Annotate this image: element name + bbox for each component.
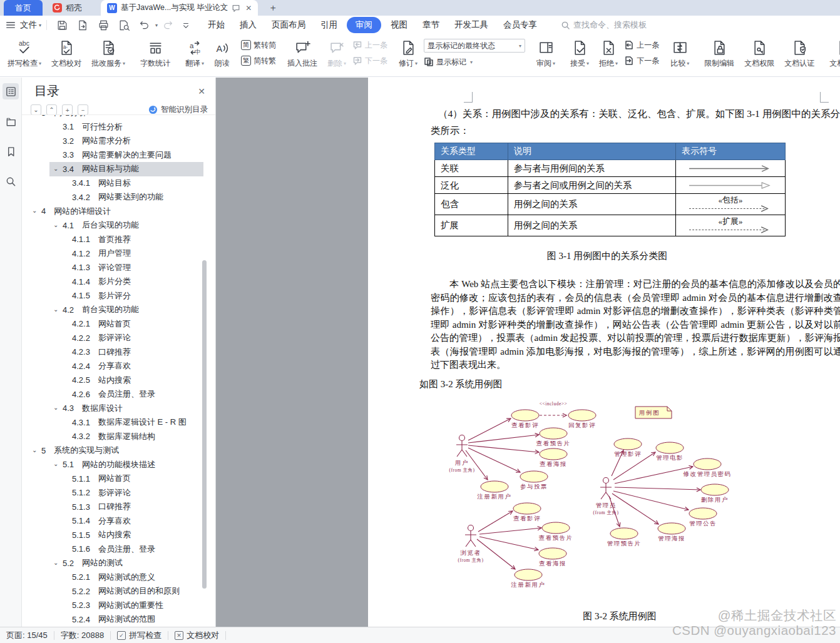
doc-finalize-button[interactable]: 文档定稿 — [826, 36, 840, 70]
prev-comment-button[interactable]: 上一条 — [352, 39, 387, 51]
menu-开发工具[interactable]: 开发工具 — [447, 17, 496, 33]
reject-button[interactable]: 拒绝▾ — [596, 36, 621, 70]
compare-button[interactable]: 比较▾ — [667, 36, 692, 70]
export-button[interactable] — [73, 19, 93, 31]
show-markup-button[interactable]: 显示标记▾ — [424, 56, 525, 68]
toc-item[interactable]: 5.2.2网站测试的目的和原则 — [22, 584, 215, 599]
menu-章节[interactable]: 章节 — [415, 17, 447, 33]
toc-item[interactable]: 4.1.5影片评分 — [22, 289, 215, 303]
toc-expand-icon[interactable]: ⌄ — [32, 447, 41, 453]
toc-item[interactable]: 4.1.1首页推荐 — [22, 233, 215, 247]
collapse-toolbar-icon[interactable] — [178, 21, 194, 29]
new-tab-button[interactable]: ＋ — [264, 2, 281, 16]
document-page[interactable]: （4）关系：用例图中涉及的关系有：关联、泛化、包含、扩展。如下图 3-1 用例图… — [368, 78, 840, 627]
redo-button[interactable] — [158, 19, 178, 31]
toc-item[interactable]: 3.1可行性分析 — [22, 120, 215, 134]
toc-item[interactable]: ⌄3.4网站目标与功能 — [22, 162, 215, 176]
toc-scrollbar[interactable] — [202, 260, 207, 589]
outline-pane-icon[interactable] — [3, 113, 19, 129]
zoom-in-level-button[interactable]: ＋ — [62, 104, 73, 115]
toc-item[interactable]: 3.3网站需要解决的主要问题 — [22, 148, 215, 163]
trad-to-simp-button[interactable]: 简繁转简 — [241, 39, 276, 51]
toc-item[interactable]: 5.2.3网站测试的重要性 — [22, 599, 215, 613]
toc-item[interactable]: 4.1.3评论管理 — [22, 261, 215, 275]
toc-item[interactable]: 5.2.4网站测试的范围 — [22, 612, 215, 627]
toc-item[interactable]: 4.2.2影评评论 — [22, 331, 215, 345]
toc-item[interactable]: 5.1.6会员注册、登录 — [22, 542, 215, 557]
toc-item[interactable]: 4.2.4分享喜欢 — [22, 359, 215, 373]
toc-item[interactable]: 4.3.2数据库逻辑结构 — [22, 430, 215, 444]
toc-item[interactable]: 5.2.1网站测试的意义 — [22, 570, 215, 585]
translate-button[interactable]: a中 翻译▾ — [182, 36, 207, 70]
simp-to-trad-button[interactable]: 繁简转繁 — [241, 54, 276, 67]
toc-item[interactable]: 4.1.4影片分类 — [22, 275, 215, 289]
toc-expand-icon[interactable]: ⌄ — [53, 404, 63, 411]
tab-document[interactable]: W 基于JavaWe...与实现 毕业论文 ✕ — [101, 0, 258, 16]
toc-item[interactable]: 4.2.3口碑推荐 — [22, 345, 215, 360]
toc-item[interactable]: 4.2.5站内搜索 — [22, 373, 215, 388]
tab-docer[interactable]: 稻壳 — [43, 0, 98, 16]
close-tab-icon[interactable]: ✕ — [245, 4, 252, 13]
menu-视图[interactable]: 视图 — [383, 17, 415, 33]
collapse-all-button[interactable]: ⌄ — [31, 104, 41, 115]
smart-toc-button[interactable]: 智能识别目录 — [148, 104, 208, 115]
page-indicator[interactable]: 页面: 15/45 — [6, 630, 48, 641]
hamburger-icon[interactable] — [5, 19, 16, 31]
prev-change-button[interactable]: 上一条 — [624, 39, 659, 51]
toc-item[interactable]: 4.1.2用户管理 — [22, 246, 215, 261]
menu-页面布局[interactable]: 页面布局 — [264, 17, 313, 33]
doc-certify-button[interactable]: 文档认证 — [781, 36, 817, 70]
toc-item[interactable]: 5.1.4分享喜欢 — [22, 514, 215, 529]
zoom-out-level-button[interactable]: － — [78, 104, 88, 115]
toc-expand-icon[interactable]: ⌄ — [53, 165, 63, 172]
toc-item[interactable]: 5.1.2影评评论 — [22, 486, 215, 500]
track-changes-button[interactable]: 修订▾ — [396, 36, 421, 70]
toc-item[interactable]: ⌄4.2前台实现的功能 — [22, 303, 215, 317]
toc-item[interactable]: 5.1.5站内搜索 — [22, 528, 215, 542]
file-menu[interactable]: 文件 — [20, 19, 37, 31]
toc-item[interactable]: 4.3.1数据库逻辑设计 E - R 图 — [22, 415, 215, 430]
toc-item[interactable]: ⌄4.3数据库设计 — [22, 402, 215, 416]
accept-button[interactable]: 接受▾ — [567, 36, 592, 70]
restrict-editing-button[interactable]: 限制编辑 — [701, 36, 737, 70]
toc-expand-icon[interactable]: ⌄ — [53, 460, 63, 467]
toc-expand-icon[interactable]: ⌄ — [53, 221, 63, 228]
print-preview-button[interactable] — [114, 19, 135, 31]
print-button[interactable] — [93, 19, 114, 31]
save-button[interactable] — [52, 19, 73, 31]
read-aloud-button[interactable]: A 朗读 — [211, 36, 233, 70]
comment-bubble-icon[interactable] — [232, 4, 240, 13]
toc-item[interactable]: 3.4.1网站目标 — [22, 176, 215, 191]
next-change-button[interactable]: 下一条 — [624, 54, 659, 67]
spell-check-button[interactable]: abc 拼写检查▾ — [4, 36, 44, 70]
command-search[interactable]: 查找命令、搜索模板 — [561, 19, 647, 31]
next-comment-button[interactable]: 下一条 — [352, 54, 387, 67]
toc-item[interactable]: ⌄4网站的详细设计 — [22, 205, 215, 219]
toc-close-icon[interactable]: ✕ — [198, 86, 205, 96]
toc-item[interactable]: 3.4.2网站要达到的功能 — [22, 190, 215, 205]
word-count-button[interactable]: 字数统计 — [137, 36, 173, 70]
spellcheck-status[interactable]: ✓拼写检查 — [117, 630, 161, 641]
bookmark-icon[interactable] — [3, 143, 19, 159]
toc-item[interactable]: ⌄5.2网站的测试 — [22, 556, 215, 570]
review-pane-button[interactable]: 审阅▾ — [533, 36, 558, 70]
toc-item[interactable]: ⌄5.1网站的功能模块描述 — [22, 458, 215, 472]
find-pane-icon[interactable] — [3, 173, 19, 190]
undo-button[interactable] — [135, 19, 155, 31]
toc-item[interactable]: ⌄5系统的实现与测试 — [22, 443, 215, 458]
correction-service-button[interactable]: 批改服务▾ — [88, 36, 128, 70]
doc-proofread-button[interactable]: a- 文档校对 — [48, 36, 85, 70]
toc-expand-icon[interactable]: ⌄ — [53, 559, 63, 566]
delete-comment-button[interactable]: 删除▾ — [324, 36, 349, 70]
toc-item[interactable]: 5.1.1网站首页 — [22, 472, 215, 486]
toc-expand-icon[interactable]: ⌄ — [53, 306, 63, 313]
doc-permission-button[interactable]: 文档权限 — [741, 36, 777, 70]
word-count-indicator[interactable]: 字数: 20888 — [61, 630, 104, 641]
proofread-status[interactable]: ✕文档校对 — [175, 630, 219, 641]
expand-all-button[interactable]: ⌃ — [46, 104, 57, 115]
toc-item[interactable]: 4.2.6会员注册、登录 — [22, 387, 215, 402]
menu-插入[interactable]: 插入 — [232, 17, 264, 33]
menu-审阅[interactable]: 审阅 — [347, 17, 381, 33]
toc-item[interactable]: ⌄3网站分析 — [22, 114, 215, 120]
menu-引用[interactable]: 引用 — [313, 17, 345, 33]
